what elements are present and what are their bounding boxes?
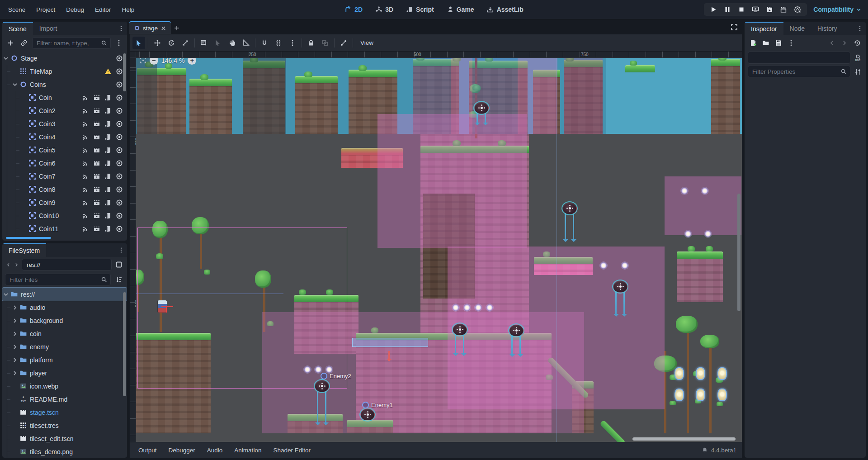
enemy-node[interactable]	[563, 203, 576, 214]
bell-icon[interactable]	[702, 447, 708, 453]
fs-split-mode-button[interactable]	[113, 259, 124, 270]
play-scene-button[interactable]	[765, 5, 774, 14]
coin-sprite[interactable]	[326, 366, 333, 373]
scene-node-row-stage[interactable]: Stage	[2, 52, 127, 65]
snap-options-menu[interactable]	[286, 37, 299, 49]
fs-tree-scrollbar[interactable]	[123, 292, 126, 396]
eye-icon[interactable]	[116, 68, 123, 75]
film-icon[interactable]	[93, 199, 100, 206]
script-icon[interactable]	[104, 160, 112, 167]
skeleton-options-button[interactable]	[337, 37, 350, 49]
menu-scene[interactable]: Scene	[4, 4, 30, 15]
glow-coin-sprite[interactable]	[717, 389, 727, 401]
scene-node-row-coin5[interactable]: Coin5	[2, 143, 127, 156]
coin-sprite[interactable]	[704, 230, 712, 237]
fs-item-row-enemy[interactable]: enemy	[2, 340, 127, 353]
eye-icon[interactable]	[116, 133, 123, 141]
chevron-right-icon[interactable]	[11, 343, 19, 351]
workspace-tab-3d[interactable]: 3D	[371, 4, 398, 15]
workspace-tab-2d[interactable]: 2D	[340, 4, 367, 15]
enemy-node[interactable]	[315, 380, 329, 392]
grid-snap-toggle[interactable]	[272, 37, 285, 49]
chevron-down-icon[interactable]	[2, 291, 9, 298]
glow-coin-sprite[interactable]	[696, 389, 705, 401]
enemy-node[interactable]	[509, 325, 523, 336]
scene-tree-hscrollbar[interactable]	[6, 237, 51, 239]
scene-filter-input[interactable]	[36, 39, 99, 47]
film-icon[interactable]	[93, 120, 100, 128]
load-resource-button[interactable]	[760, 38, 771, 48]
fs-item-row-platform[interactable]: platform	[2, 353, 127, 366]
tab-node[interactable]: Node	[783, 22, 811, 35]
chevron-right-icon[interactable]	[11, 370, 19, 377]
enemy-node[interactable]	[475, 102, 488, 114]
scene-node-row-coin8[interactable]: Coin8	[2, 183, 127, 196]
inspector-filter[interactable]	[748, 66, 850, 77]
bottom-tab-audio[interactable]: Audio	[202, 445, 228, 455]
tab-history[interactable]: History	[811, 22, 844, 35]
smart-snap-toggle[interactable]	[258, 37, 271, 49]
signal-icon[interactable]	[82, 147, 89, 154]
script-icon[interactable]	[104, 186, 112, 193]
signal-icon[interactable]	[82, 199, 89, 206]
filesystem-dock-menu-icon[interactable]	[118, 247, 124, 253]
scene-node-row-coin7[interactable]: Coin7	[2, 170, 127, 183]
scene-node-row-coin4[interactable]: Coin4	[2, 130, 127, 143]
scene-tree-scrollbar[interactable]	[123, 53, 126, 91]
film-icon[interactable]	[93, 147, 100, 154]
glow-coin-sprite[interactable]	[675, 367, 684, 380]
script-icon[interactable]	[104, 225, 112, 232]
signal-icon[interactable]	[82, 120, 89, 128]
scene-node-row-coin2[interactable]: Coin2	[2, 104, 127, 117]
eye-icon[interactable]	[116, 199, 123, 206]
signal-icon[interactable]	[82, 212, 89, 219]
coin-sprite[interactable]	[486, 304, 493, 311]
fs-item-row-tileset-tres[interactable]: tileset.tres	[2, 419, 127, 432]
fs-item-row-icon-webp[interactable]: icon.webp	[2, 379, 127, 393]
signal-icon[interactable]	[82, 225, 89, 232]
add-node-button[interactable]	[5, 38, 16, 48]
fs-item-row-tileset-edit-tscn[interactable]: tileset_edit.tscn	[2, 432, 127, 445]
instance-scene-button[interactable]	[19, 38, 29, 48]
move-tool[interactable]	[151, 37, 164, 49]
scene-filter[interactable]	[32, 37, 111, 49]
scene-dock-menu-icon[interactable]	[118, 25, 124, 32]
enemy-node[interactable]	[613, 281, 627, 292]
fs-filter-input[interactable]	[9, 276, 99, 284]
script-icon[interactable]	[104, 120, 112, 128]
coin-sprite[interactable]	[452, 304, 459, 311]
selected-moving-platform[interactable]	[352, 338, 428, 347]
play-remote-debug-button[interactable]	[751, 5, 760, 14]
scene-node-row-coin9[interactable]: Coin9	[2, 196, 127, 209]
inspector-filter-input[interactable]	[751, 68, 838, 76]
pause-button[interactable]	[723, 5, 731, 14]
resource-extra-menu[interactable]	[786, 38, 797, 48]
list-select-tool[interactable]	[198, 37, 210, 49]
enemy-node[interactable]	[361, 409, 374, 420]
coin-sprite[interactable]	[315, 366, 322, 373]
bottom-tab-animation[interactable]: Animation	[229, 445, 266, 455]
scene-node-row-coin10[interactable]: Coin10	[2, 209, 127, 222]
film-icon[interactable]	[93, 225, 100, 232]
history-back-button[interactable]	[826, 38, 837, 48]
eye-icon[interactable]	[116, 107, 123, 114]
scene-tab-stage[interactable]: stage	[129, 21, 171, 34]
chevron-right-icon[interactable]	[11, 356, 19, 364]
script-icon[interactable]	[104, 147, 112, 154]
fs-back-button[interactable]	[5, 260, 12, 270]
workspace-tab-script[interactable]: Script	[401, 4, 439, 15]
history-forward-button[interactable]	[839, 38, 850, 48]
signal-icon[interactable]	[82, 133, 89, 141]
script-icon[interactable]	[104, 212, 112, 219]
scene-node-row-coin3[interactable]: Coin3	[2, 117, 127, 130]
glow-coin-sprite[interactable]	[675, 389, 684, 401]
fs-item-row-player[interactable]: player	[2, 366, 127, 379]
chevron-down-icon[interactable]	[11, 81, 19, 88]
film-icon[interactable]	[93, 160, 100, 167]
scene-node-row-coin6[interactable]: Coin6	[2, 156, 127, 170]
eye-icon[interactable]	[116, 212, 123, 219]
film-icon[interactable]	[93, 107, 100, 114]
chevron-down-icon[interactable]	[2, 55, 9, 62]
lock-selection-button[interactable]	[305, 37, 317, 49]
eye-icon[interactable]	[116, 81, 123, 88]
